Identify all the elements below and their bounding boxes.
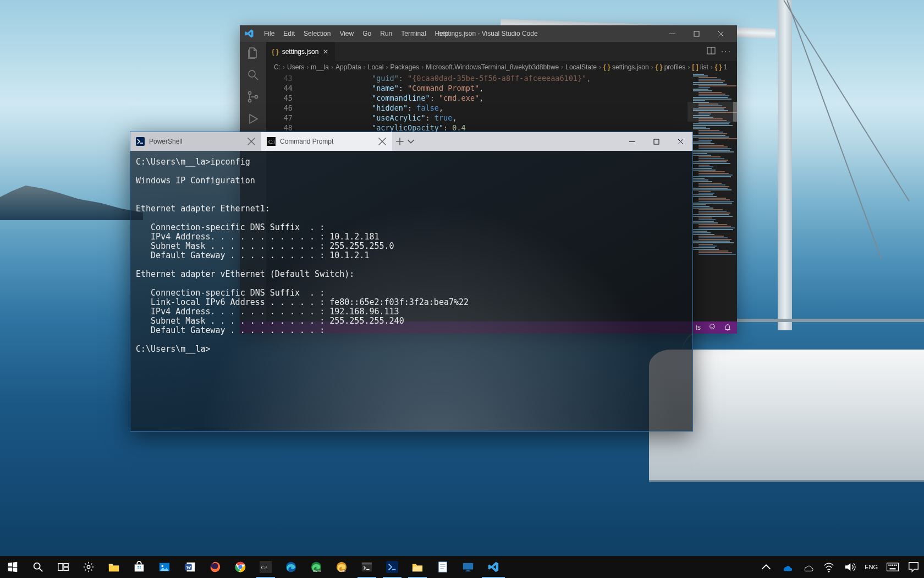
vscode-minimap[interactable]: [688, 73, 737, 321]
windows-taskbar[interactable]: WC:\BETACAN ENG: [0, 556, 924, 578]
terminal-output[interactable]: C:\Users\m__la>ipconfig Windows IP Confi…: [130, 151, 692, 431]
edge-beta-app[interactable]: BETA: [304, 556, 329, 578]
tray-overflow-chevron[interactable]: [756, 556, 777, 578]
edge-dev-app[interactable]: [278, 556, 304, 578]
network-icon[interactable]: [818, 556, 839, 578]
vscode-titlebar[interactable]: File Edit Selection View Go Run Terminal…: [240, 25, 737, 42]
more-actions-icon[interactable]: ···: [721, 47, 732, 57]
maximize-button[interactable]: [684, 25, 708, 42]
feedback-icon[interactable]: [708, 323, 716, 332]
breadcrumb-segment[interactable]: AppData: [336, 63, 361, 71]
bell-icon[interactable]: [724, 323, 732, 332]
windows-terminal-window[interactable]: PowerShell C:\ Command Prompt C:\Users\m…: [130, 132, 693, 432]
search-button[interactable]: [25, 556, 51, 578]
chevron-right-icon: ›: [599, 63, 601, 71]
run-debug-icon[interactable]: [246, 112, 260, 126]
explorer-running[interactable]: [405, 556, 430, 578]
menu-file[interactable]: File: [260, 30, 279, 37]
notepad-app[interactable]: [430, 556, 455, 578]
breadcrumb-segment[interactable]: Packages: [390, 63, 419, 71]
vscode-app[interactable]: [481, 556, 506, 578]
cloud-icon[interactable]: [798, 556, 818, 578]
breadcrumb-segment[interactable]: { } 1: [715, 63, 728, 71]
breadcrumb-label: list: [700, 63, 708, 71]
split-editor-icon[interactable]: [707, 46, 716, 57]
breadcrumb-label: Local: [368, 63, 384, 71]
breadcrumb-segment[interactable]: { } settings.json: [603, 63, 649, 71]
menu-go[interactable]: Go: [358, 30, 376, 37]
code-line[interactable]: "name": "Command Prompt",: [300, 83, 733, 93]
close-icon[interactable]: [247, 137, 256, 146]
breadcrumb-segment[interactable]: [ ] list: [692, 63, 708, 71]
menu-view[interactable]: View: [335, 30, 358, 37]
tab-command-prompt[interactable]: C:\ Command Prompt: [261, 132, 392, 151]
menu-edit[interactable]: Edit: [279, 30, 299, 37]
tab-settings-json[interactable]: { } settings.json ✕: [266, 42, 336, 61]
minimize-button[interactable]: [660, 25, 684, 42]
breadcrumb-segment[interactable]: m__la: [311, 63, 329, 71]
photos-app[interactable]: [152, 556, 177, 578]
menu-terminal[interactable]: Terminal: [397, 30, 430, 37]
chrome-app[interactable]: [228, 556, 253, 578]
microsoft-store-app[interactable]: [127, 556, 152, 578]
chevron-right-icon: ›: [421, 63, 424, 71]
vscode-breadcrumb[interactable]: C:›Users›m__la›AppData›Local›Packages›Mi…: [266, 61, 737, 73]
start-button[interactable]: [0, 556, 25, 578]
svg-text:CAN: CAN: [339, 569, 345, 572]
breadcrumb-segment[interactable]: Users: [287, 63, 304, 71]
wallpaper-rigging: [787, 0, 882, 259]
powershell-app[interactable]: [380, 556, 405, 578]
task-view-button[interactable]: [51, 556, 76, 578]
explorer-icon[interactable]: [246, 46, 260, 59]
svg-rect-37: [466, 570, 470, 571]
source-control-icon[interactable]: [246, 90, 260, 103]
menu-run[interactable]: Run: [376, 30, 397, 37]
action-center-icon[interactable]: [903, 556, 924, 578]
volume-icon[interactable]: [839, 556, 860, 578]
touch-keyboard-icon[interactable]: [882, 556, 903, 578]
status-item[interactable]: ts: [696, 324, 701, 331]
menu-help[interactable]: Help: [431, 30, 453, 37]
command-prompt-app[interactable]: C:\: [253, 556, 278, 578]
onedrive-icon[interactable]: [777, 556, 798, 578]
new-tab-dropdown[interactable]: [406, 137, 415, 146]
breadcrumb-label: Users: [287, 63, 304, 71]
tab-powershell[interactable]: PowerShell: [130, 132, 261, 151]
terminal-app[interactable]: [354, 556, 380, 578]
new-tab-button[interactable]: [395, 137, 404, 146]
file-explorer-app[interactable]: [101, 556, 127, 578]
close-button[interactable]: [668, 132, 692, 151]
display-app[interactable]: [455, 556, 481, 578]
object-icon: { }: [656, 63, 664, 71]
code-line[interactable]: "hidden": false,: [300, 103, 733, 113]
chevron-right-icon: ›: [386, 63, 388, 71]
json-icon: { }: [603, 63, 612, 71]
breadcrumb-segment[interactable]: Local: [368, 63, 384, 71]
maximize-button[interactable]: [644, 132, 668, 151]
breadcrumb-segment[interactable]: C:: [274, 63, 280, 71]
settings-app[interactable]: [76, 556, 101, 578]
svg-text:C:\: C:\: [268, 139, 275, 145]
firefox-app[interactable]: [202, 556, 228, 578]
minimap-viewport[interactable]: [688, 102, 737, 122]
edge-canary-app[interactable]: CAN: [329, 556, 354, 578]
close-button[interactable]: [708, 25, 733, 42]
menu-selection[interactable]: Selection: [299, 30, 335, 37]
code-line[interactable]: "useAcrylic": true,: [300, 113, 733, 123]
input-language[interactable]: ENG: [860, 556, 882, 578]
code-line[interactable]: "guid": "{0caa0dad-35be-5f56-a8ff-afceee…: [300, 73, 733, 83]
breadcrumb-segment[interactable]: { } profiles: [656, 63, 686, 71]
svg-point-18: [162, 565, 164, 567]
close-icon[interactable]: ✕: [322, 48, 329, 56]
search-icon[interactable]: [246, 68, 260, 81]
close-icon[interactable]: [378, 137, 387, 146]
code-line[interactable]: "commandline": "cmd.exe",: [300, 93, 733, 103]
tab-label: PowerShell: [149, 138, 243, 145]
minimize-button[interactable]: [620, 132, 644, 151]
minimap-scroll-thumb[interactable]: [733, 102, 737, 122]
word-app[interactable]: W: [177, 556, 202, 578]
breadcrumb-segment[interactable]: LocalState: [565, 63, 597, 71]
terminal-titlebar[interactable]: PowerShell C:\ Command Prompt: [130, 132, 692, 151]
breadcrumb-segment[interactable]: Microsoft.WindowsTerminal_8wekyb3d8bbwe: [426, 63, 559, 71]
vscode-tab-bar: { } settings.json ✕ ···: [266, 42, 737, 61]
